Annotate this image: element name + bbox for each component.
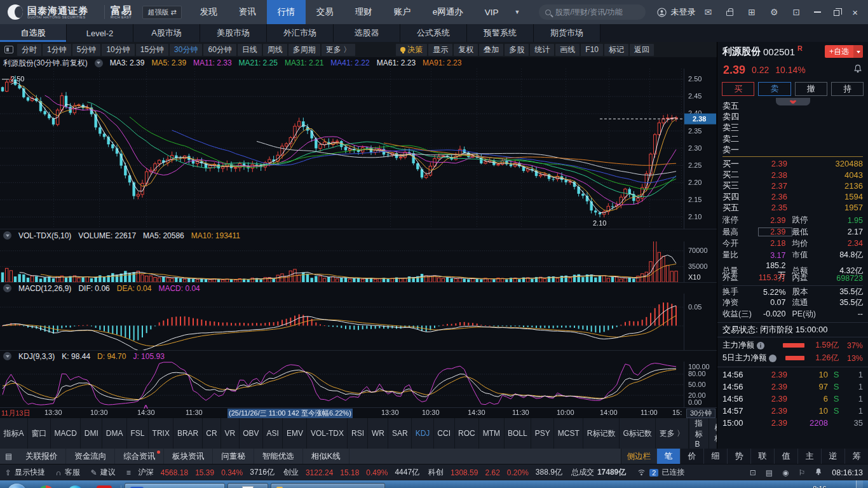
market-tab[interactable]: 公式系统 (400, 24, 467, 42)
collapse-chevron-icon[interactable] (95, 59, 103, 67)
indicator-item[interactable]: 更多 〉 (656, 418, 688, 449)
tick-row[interactable]: 14:56 2.39 6 S 1 (722, 393, 863, 405)
menu-item[interactable]: 行情 (267, 0, 306, 24)
period-button[interactable]: 周线 (263, 44, 287, 56)
restore-button[interactable] (834, 10, 839, 16)
start-button[interactable] (7, 484, 27, 488)
ask-row[interactable]: 卖四 (722, 111, 863, 122)
indicator-item[interactable]: KDJ (412, 418, 434, 449)
panel-mini-tab[interactable]: 主 (797, 449, 821, 464)
ask-row[interactable]: 卖一 (722, 144, 863, 155)
index-quote[interactable]: 沪深4568.1815.390.34%3716亿 (139, 467, 275, 478)
indicator-item[interactable]: 窗口 (28, 418, 51, 449)
menu-item[interactable]: 交易 (306, 0, 344, 24)
kdj-chart-canvas[interactable] (0, 362, 717, 407)
menu-item[interactable]: 理财 (344, 0, 383, 24)
indicator-item[interactable]: VOL-TDX (307, 418, 348, 449)
info-icon[interactable]: i (757, 342, 764, 349)
bottom-tab[interactable]: 问董秘 (213, 449, 254, 464)
bottom-tab[interactable]: 板块资讯 (164, 449, 213, 464)
tick-row[interactable]: 14:57 2.39 10 S 1 (722, 405, 863, 417)
indicator-item[interactable]: BOLL (505, 418, 532, 449)
market-tab[interactable]: A股市场 (133, 24, 200, 42)
panel-mini-tab[interactable]: 价 (680, 449, 703, 464)
tick-row[interactable]: 15:00 2.39 2208 35 (722, 417, 863, 429)
indicator-item[interactable]: PSY (531, 418, 554, 449)
monitor-icon[interactable]: ◉ (782, 468, 789, 477)
collapse-pill[interactable] (776, 98, 810, 105)
tick-row[interactable]: 14:56 2.39 97 S 1 (722, 381, 863, 393)
list-icon[interactable]: ≡ (126, 468, 131, 477)
indicator-item[interactable]: VR (221, 418, 240, 449)
status-action[interactable]: ⇧显示快捷 (5, 467, 45, 478)
panel-mini-tab[interactable]: 细 (703, 449, 727, 464)
market-tab[interactable]: 选股器 (334, 24, 400, 42)
status-action[interactable]: ✎建议 (91, 467, 116, 478)
tool-button[interactable]: 返回 (630, 44, 654, 56)
close-button[interactable]: × (852, 7, 858, 18)
period-tag[interactable]: 30分钟 (686, 409, 715, 418)
task-button-notepad[interactable] (227, 483, 268, 488)
menu-item[interactable]: e网通办 (422, 0, 474, 24)
macd-chart-canvas[interactable] (0, 294, 717, 350)
tool-button[interactable]: 多股 (505, 44, 529, 56)
add-watchlist-dropdown[interactable] (853, 45, 863, 58)
task-button-fuyi[interactable]: 富易 国泰海通证券[富... (125, 483, 225, 488)
indicator-item[interactable]: MTM (479, 418, 504, 449)
menu-more-caret[interactable]: ▼ (515, 9, 520, 15)
ask-row[interactable]: 卖三 (722, 122, 863, 133)
bid-row[interactable]: 买四2.361594 (722, 191, 863, 202)
indicator-item[interactable]: CR (203, 418, 221, 449)
mute-bell-icon[interactable]: ⚐ (799, 468, 806, 477)
indicator-action[interactable]: 指标B (689, 418, 709, 449)
bid-row[interactable]: 买一2.39320488 (722, 158, 863, 169)
panel-mini-tab[interactable]: 逆 (821, 449, 844, 464)
info-icon[interactable] (769, 355, 776, 362)
indicator-item[interactable]: BRAR (173, 418, 202, 449)
tool-button[interactable]: 叠加 (479, 44, 503, 56)
version-badge[interactable]: 超强版 ⇄ (142, 6, 181, 19)
panel-mini-tab[interactable]: 笔 (656, 449, 680, 464)
bell-icon[interactable] (815, 468, 822, 478)
indicator-item[interactable]: OBV (240, 418, 263, 449)
period-button[interactable]: 10分钟 (102, 44, 134, 56)
menu-item[interactable]: 发现 (189, 0, 228, 24)
market-tab[interactable]: 期货市场 (534, 24, 600, 42)
period-button[interactable]: 30分钟 (170, 44, 202, 56)
collapse-chevron-icon[interactable] (3, 352, 11, 360)
bottom-tab[interactable]: 智能优选 (254, 449, 303, 464)
indicator-item[interactable]: 指标A (0, 418, 28, 449)
indicator-item[interactable]: ROC (455, 418, 480, 449)
indicator-item[interactable]: ASI (263, 418, 283, 449)
market-tab[interactable]: 自选股 (0, 24, 67, 42)
task-button-explorer[interactable]: C:\Users\Admini... (271, 483, 385, 488)
tool-button[interactable]: 复权 (454, 44, 478, 56)
menu-item[interactable]: 资讯 (228, 0, 267, 24)
period-button[interactable]: 15分钟 (136, 44, 168, 56)
collapse-chevron-icon[interactable] (3, 284, 11, 292)
lock-icon[interactable] (726, 11, 733, 16)
indicator-item[interactable]: TRIX (149, 418, 173, 449)
collapse-chevron-icon[interactable] (3, 231, 11, 240)
add-watchlist-button[interactable]: +自选 (825, 45, 863, 58)
bottom-tab[interactable]: 关联报价 (17, 449, 66, 464)
tool-button[interactable]: 统计 (530, 44, 554, 56)
bottom-tab[interactable]: 综合资讯 (115, 449, 164, 464)
market-tab[interactable]: 外汇市场 (267, 24, 334, 42)
market-tab[interactable]: Level-2 (67, 24, 133, 42)
order-button[interactable]: 卖 (758, 82, 790, 96)
bid-row[interactable]: 买二2.384043 (722, 169, 863, 180)
show-desktop-button[interactable] (856, 480, 863, 488)
indicator-item[interactable]: RSI (348, 418, 368, 449)
indicator-item[interactable]: CCI (434, 418, 455, 449)
decision-button[interactable]: 决策 (396, 44, 427, 56)
tool-button[interactable]: 画线 (555, 44, 580, 56)
panel-mini-tab[interactable]: 势 (727, 449, 750, 464)
indicator-item[interactable]: EMV (283, 418, 307, 449)
indicator-item[interactable]: R标记数 (583, 418, 620, 449)
tool-button[interactable]: 标记 (604, 44, 628, 56)
indicator-item[interactable]: G标记数 (620, 418, 656, 449)
minimize-button[interactable] (814, 11, 821, 13)
bid-row[interactable]: 买三2.372136 (722, 180, 863, 191)
gear-icon[interactable]: ⚙ (770, 7, 778, 17)
